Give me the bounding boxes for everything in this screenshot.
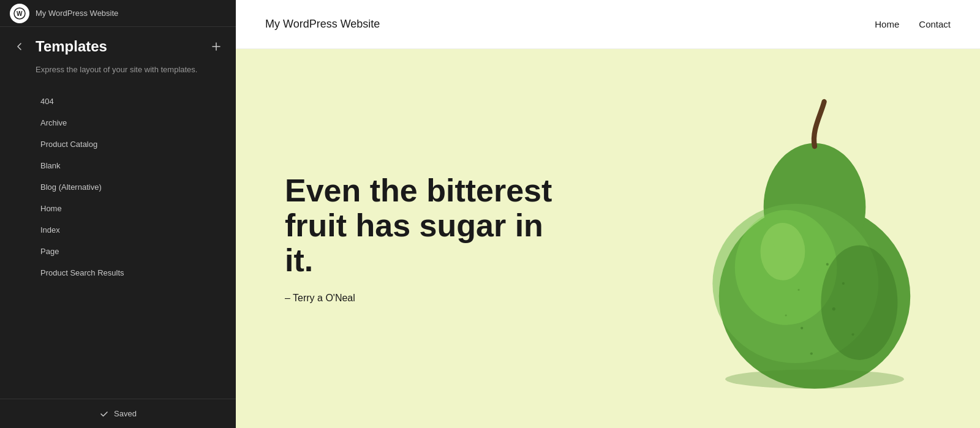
wp-logo-icon: W <box>13 7 26 20</box>
template-item-product-catalog[interactable]: Product Catalog <box>5 133 231 155</box>
topbar-site-name: My WordPress Website <box>36 9 118 18</box>
hero-title: Even the bitterest fruit has sugar in it… <box>285 173 579 279</box>
back-button[interactable] <box>10 37 29 56</box>
template-item-404[interactable]: 404 <box>5 91 231 112</box>
preview-nav-links: Home Contact <box>875 19 951 29</box>
sidebar-header: Templates <box>0 27 236 61</box>
main-preview: My WordPress Website Home Contact Even t… <box>236 0 980 428</box>
svg-point-11 <box>832 307 835 310</box>
svg-point-13 <box>851 333 854 336</box>
saved-check-icon <box>99 409 109 419</box>
wp-logo: W <box>10 4 29 23</box>
add-icon <box>210 40 222 53</box>
preview-site-name: My WordPress Website <box>265 18 875 31</box>
template-item-blog-alternative[interactable]: Blog (Alternative) <box>5 176 231 198</box>
preview-hero: Even the bitterest fruit has sugar in it… <box>236 49 980 428</box>
template-item-home[interactable]: Home <box>5 198 231 219</box>
sidebar-footer: Saved <box>0 399 236 428</box>
svg-point-16 <box>785 314 787 316</box>
svg-point-8 <box>725 369 904 388</box>
templates-title: Templates <box>36 38 200 55</box>
templates-list: 404 Archive Product Catalog Blank Blog (… <box>0 86 236 399</box>
sidebar-topbar: W My WordPress Website <box>0 0 236 27</box>
templates-description: Express the layout of your site with tem… <box>0 61 236 86</box>
template-item-index[interactable]: Index <box>5 219 231 241</box>
website-preview: My WordPress Website Home Contact Even t… <box>236 0 980 428</box>
svg-point-12 <box>801 326 803 329</box>
back-icon <box>13 40 26 53</box>
sidebar: W My WordPress Website Templates Express… <box>0 0 236 428</box>
hero-text: Even the bitterest fruit has sugar in it… <box>285 173 931 304</box>
svg-point-15 <box>810 352 813 355</box>
preview-nav: My WordPress Website Home Contact <box>236 0 980 49</box>
template-item-blank[interactable]: Blank <box>5 155 231 176</box>
preview-nav-home[interactable]: Home <box>875 19 899 29</box>
svg-text:W: W <box>17 10 23 17</box>
preview-nav-contact[interactable]: Contact <box>919 19 951 29</box>
add-template-button[interactable] <box>206 37 226 56</box>
template-item-product-search-results[interactable]: Product Search Results <box>5 262 231 283</box>
saved-label: Saved <box>114 409 137 418</box>
hero-author: – Terry a O'Neal <box>285 293 931 304</box>
template-item-archive[interactable]: Archive <box>5 112 231 133</box>
template-item-page[interactable]: Page <box>5 241 231 262</box>
